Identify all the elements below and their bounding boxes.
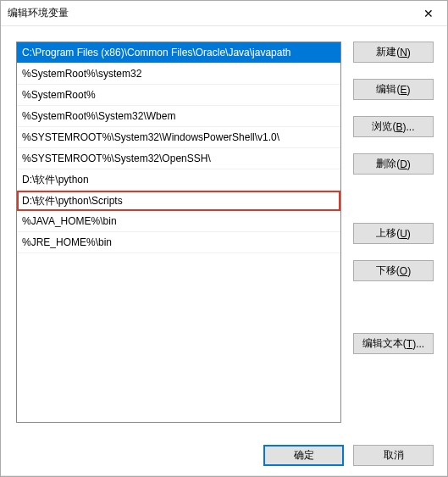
delete-button[interactable]: 删除(D) [353,153,434,175]
list-item[interactable]: C:\Program Files (x86)\Common Files\Orac… [17,42,340,64]
edit-text-button[interactable]: 编辑文本(T)... [353,333,434,354]
close-icon: ✕ [423,7,434,20]
list-item[interactable]: D:\软件\python\Scripts [17,191,340,211]
list-item[interactable]: %SystemRoot% [17,85,340,106]
move-up-button[interactable]: 上移(U) [353,223,434,244]
list-item[interactable]: %SystemRoot%\System32\Wbem [17,106,340,127]
content-area: C:\Program Files (x86)\Common Files\Orac… [1,26,447,435]
side-button-column: 新建(N) 编辑(E) 浏览(B)... 删除(D) 上移(U) 下移(O) 编… [353,42,434,423]
list-item[interactable]: %JAVA_HOME%\bin [17,211,340,232]
list-item[interactable]: %SYSTEMROOT%\System32\WindowsPowerShell\… [17,127,340,148]
list-item[interactable]: %SystemRoot%\system32 [17,64,340,85]
cancel-button[interactable]: 取消 [353,445,434,466]
ok-button[interactable]: 确定 [263,445,344,466]
window-title: 编辑环境变量 [8,6,69,20]
dialog-window: 编辑环境变量 ✕ C:\Program Files (x86)\Common F… [0,0,448,477]
path-list[interactable]: C:\Program Files (x86)\Common Files\Orac… [16,42,341,423]
edit-button[interactable]: 编辑(E) [353,79,434,100]
bottom-button-bar: 确定 取消 [1,435,447,476]
close-button[interactable]: ✕ [409,1,447,25]
move-down-button[interactable]: 下移(O) [353,260,434,281]
new-button[interactable]: 新建(N) [353,42,434,63]
list-item[interactable]: D:\软件\python [17,169,340,191]
titlebar: 编辑环境变量 ✕ [1,1,447,26]
list-item[interactable]: %SYSTEMROOT%\System32\OpenSSH\ [17,148,340,169]
list-item[interactable]: %JRE_HOME%\bin [17,232,340,253]
browse-button[interactable]: 浏览(B)... [353,116,434,137]
